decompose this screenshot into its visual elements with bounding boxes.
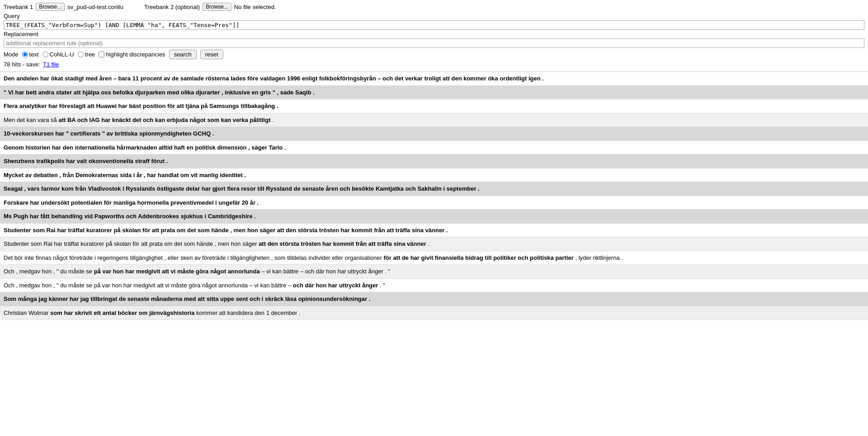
- result-item: Christian Wolmar som har skrivit ett ant…: [0, 306, 868, 320]
- mode-label: Mode: [4, 51, 19, 58]
- mode-tree-option: tree: [85, 51, 95, 58]
- highlight-discrepancies-text: highlight discrepancies: [106, 51, 165, 58]
- mode-conllu-label[interactable]: CoNLL-U: [42, 51, 74, 58]
- treebank1-browse-button[interactable]: Browse...: [36, 3, 65, 11]
- result-item: Och , medgav hon , " du måste se på var …: [0, 279, 868, 293]
- result-item: Det bör inte finnas något företräde i re…: [0, 251, 868, 265]
- result-item: Men det kan vara så att BA och IAG har k…: [0, 113, 868, 127]
- highlight-discrepancies-checkbox[interactable]: [99, 52, 104, 57]
- top-section: Treebank 1 Browse... sv_pud-ud-test.conl…: [0, 0, 868, 72]
- treebank-row: Treebank 1 Browse... sv_pud-ud-test.conl…: [4, 3, 864, 11]
- result-item: Mycket av debatten , från Demokraternas …: [0, 169, 868, 183]
- result-item: Shenzhens trafikpolis har valt okonventi…: [0, 155, 868, 169]
- replacement-label: Replacement: [4, 31, 864, 38]
- result-item: Som många jag känner har jag tillbringat…: [0, 292, 868, 306]
- result-item: " Vi har bett andra stater att hjälpa os…: [0, 86, 868, 100]
- mode-row: Mode text CoNLL-U tree highlight discrep…: [4, 50, 864, 59]
- replacement-input[interactable]: [4, 38, 864, 48]
- treebank2-no-file: No file selected.: [234, 4, 276, 10]
- t1-file-link[interactable]: T1 file: [43, 61, 59, 68]
- mode-tree-label[interactable]: tree: [78, 51, 95, 58]
- treebank1-label: Treebank 1: [4, 4, 33, 10]
- result-item: Forskare har undersökt potentialen för m…: [0, 196, 868, 210]
- hits-text: 78 hits - save:: [4, 61, 40, 68]
- treebank2-section: Treebank 2 (optional) Browse... No file …: [144, 3, 276, 11]
- result-item: Genom historien har den internationella …: [0, 141, 868, 155]
- treebank2-label: Treebank 2 (optional): [144, 4, 200, 10]
- result-item: Flera analytiker har föreslagit att Huaw…: [0, 99, 868, 113]
- result-item: 10-veckorskursen har " certifierats " av…: [0, 127, 868, 141]
- replacement-section: Replacement: [4, 31, 864, 48]
- mode-conllu-option: CoNLL-U: [50, 51, 74, 58]
- result-item: Ms Pugh har fått behandling vid Papworth…: [0, 210, 868, 224]
- query-input[interactable]: [4, 20, 864, 30]
- mode-text-radio[interactable]: [22, 52, 28, 57]
- result-item: Studenter som Rai har träffat kuratorer …: [0, 237, 868, 251]
- query-section: Query: [4, 13, 864, 30]
- mode-conllu-radio[interactable]: [42, 52, 48, 57]
- result-item: Och , medgav hon , " du måste se på var …: [0, 265, 868, 279]
- mode-text-label[interactable]: text: [22, 51, 39, 58]
- result-item: Studenter som Rai har träffat kuratorer …: [0, 224, 868, 238]
- search-button[interactable]: search: [169, 50, 197, 59]
- treebank1-filename: sv_pud-ud-test.conllu: [67, 4, 123, 10]
- query-label: Query: [4, 13, 864, 19]
- hits-row: 78 hits - save: T1 file: [4, 61, 864, 68]
- result-item: Den andelen har ökat stadigt med åren – …: [0, 72, 868, 86]
- highlight-discrepancies-label[interactable]: highlight discrepancies: [99, 51, 165, 58]
- treebank2-browse-button[interactable]: Browse...: [203, 3, 231, 11]
- reset-button[interactable]: reset: [200, 50, 223, 59]
- mode-tree-radio[interactable]: [78, 52, 84, 57]
- mode-text-option: text: [29, 51, 39, 58]
- results-section: Den andelen har ökat stadigt med åren – …: [0, 72, 868, 320]
- result-item: Seagal , vars farmor kom från Vladivosto…: [0, 182, 868, 196]
